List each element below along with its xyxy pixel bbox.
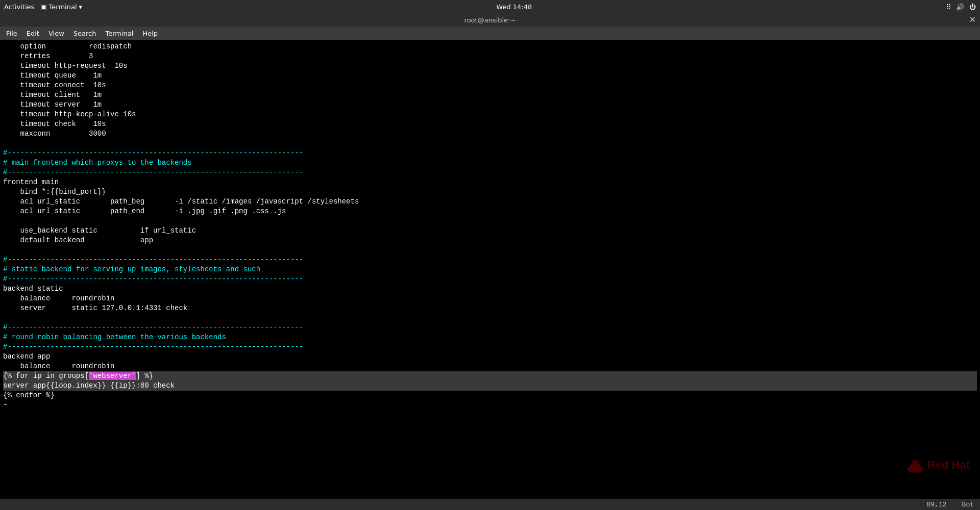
line-1: option redispatch	[3, 42, 977, 52]
system-bar-center: Wed 14:48	[496, 3, 532, 11]
line-sep-1: #---------------------------------------…	[3, 148, 977, 158]
activities-button[interactable]: Activities	[4, 3, 34, 11]
line-acl-2: acl url_static path_end -i .jpg .gif .pn…	[3, 207, 977, 216]
line-use-backend: use_backend static if url_static	[3, 226, 977, 236]
line-balance-2: balance roundrobin	[3, 362, 977, 371]
terminal-menu[interactable]: ▣ Terminal ▾	[40, 3, 82, 11]
grid-icon[interactable]: ⠿	[946, 3, 951, 11]
system-bar-left: Activities ▣ Terminal ▾	[4, 3, 82, 11]
line-7: timeout server 1m	[3, 100, 977, 110]
menu-view[interactable]: View	[44, 29, 68, 38]
line-sep-2: #---------------------------------------…	[3, 168, 977, 177]
line-10: maxconn 3000	[3, 129, 977, 139]
line-backend-static: backend static	[3, 284, 977, 294]
menu-edit[interactable]: Edit	[22, 29, 43, 38]
line-backend-app: backend app	[3, 352, 977, 362]
line-for-loop: {% for ip in groups['webserver'] %}	[3, 371, 977, 381]
line-6: timeout client 1m	[3, 90, 977, 100]
line-sep-3: #---------------------------------------…	[3, 255, 977, 265]
line-default-backend: default_backend app	[3, 236, 977, 245]
cursor-position: 89,12	[927, 501, 947, 508]
line-balance-1: balance roundrobin	[3, 294, 977, 303]
line-cursor: ~	[3, 400, 977, 410]
line-8: timeout http-keep-alive 10s	[3, 110, 977, 119]
volume-icon[interactable]: 🔊	[956, 3, 964, 11]
menu-file[interactable]: File	[2, 29, 21, 38]
line-bind: bind *:{{bind_port}}	[3, 187, 977, 197]
line-3: timeout http-request 10s	[3, 61, 977, 71]
line-2: retries 3	[3, 52, 977, 61]
line-blank-3	[3, 245, 977, 255]
menu-help[interactable]: Help	[138, 29, 162, 38]
title-bar: root@ansible:~ ✕	[0, 13, 980, 27]
line-blank-4	[3, 313, 977, 323]
menu-terminal[interactable]: Terminal	[101, 29, 137, 38]
line-blank-1	[3, 139, 977, 148]
line-server-app: server app{{loop.index}} {{ip}}:80 check	[3, 381, 977, 391]
line-sep-5: #---------------------------------------…	[3, 323, 977, 333]
line-comment-2: # static backend for serving up images, …	[3, 265, 977, 274]
line-sep-4: #---------------------------------------…	[3, 274, 977, 284]
line-acl-1: acl url_static path_beg -i /static /imag…	[3, 197, 977, 207]
line-9: timeout check 10s	[3, 119, 977, 129]
power-icon[interactable]: ⏻	[969, 3, 976, 11]
line-blank-2	[3, 216, 977, 226]
line-sep-6: #---------------------------------------…	[3, 342, 977, 352]
terminal-icon: ▣	[40, 3, 46, 11]
close-button[interactable]: ✕	[969, 16, 976, 24]
svg-point-1	[911, 460, 919, 464]
redhat-hat-icon	[906, 458, 924, 473]
datetime-display: Wed 14:48	[496, 3, 532, 11]
system-bar-right: ⠿ 🔊 ⏻	[946, 3, 976, 11]
line-4: timeout queue 1m	[3, 71, 977, 81]
line-5: timeout connect 10s	[3, 81, 977, 90]
redhat-logo: Red Hat	[906, 457, 970, 473]
line-comment-3: # round robin balancing between the vari…	[3, 333, 977, 342]
line-endfor: {% endfor %}	[3, 391, 977, 400]
terminal-window: root@ansible:~ ✕ File Edit View Search T…	[0, 13, 980, 510]
status-bar: 89,12 Bot	[0, 499, 980, 510]
line-server-static: server static 127.0.0.1:4331 check	[3, 303, 977, 313]
terminal-label: Terminal	[49, 3, 77, 11]
redhat-text: Red Hat	[927, 457, 970, 473]
menu-search[interactable]: Search	[69, 29, 101, 38]
menu-bar: File Edit View Search Terminal Help	[0, 27, 980, 40]
line-comment-1: # main frontend which proxys to the back…	[3, 158, 977, 168]
system-bar: Activities ▣ Terminal ▾ Wed 14:48 ⠿ 🔊 ⏻	[0, 0, 980, 13]
line-frontend: frontend main	[3, 177, 977, 187]
terminal-dropdown-icon: ▾	[79, 3, 83, 11]
editor-mode: Bot	[962, 501, 974, 508]
window-title: root@ansible:~	[464, 16, 516, 24]
terminal-content[interactable]: option redispatch retries 3 timeout http…	[0, 40, 980, 499]
